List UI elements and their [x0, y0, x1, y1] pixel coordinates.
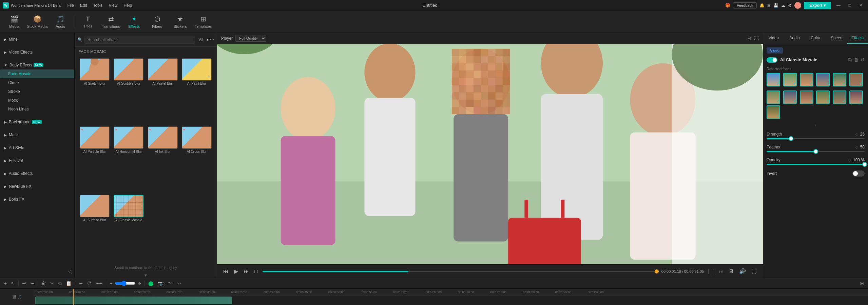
- effect-ai-pastel-blur[interactable]: + AI Pastel Blur: [147, 58, 179, 124]
- section-mine[interactable]: ▶ Mine: [0, 35, 74, 44]
- filter-arrow[interactable]: ▾: [207, 37, 209, 42]
- tl-cut[interactable]: ✂: [49, 280, 56, 287]
- tab-effects[interactable]: Effects: [847, 33, 868, 44]
- section-background[interactable]: ▶ Background NEW: [0, 118, 74, 126]
- face-4[interactable]: ✓: [816, 73, 830, 86]
- mark-out-button[interactable]: ]: [713, 269, 715, 274]
- filter-more[interactable]: ⋯: [210, 37, 214, 42]
- export-button[interactable]: Export ▾: [804, 2, 831, 9]
- toolbar-audio[interactable]: 🎵 Audio: [50, 12, 71, 31]
- sidebar-item-stroke[interactable]: Stroke: [0, 87, 74, 96]
- effect-ai-sketch-blur[interactable]: + AI Sketch Blur: [79, 58, 111, 124]
- menu-tools[interactable]: Tools: [91, 2, 105, 8]
- opacity-thumb[interactable]: [862, 162, 867, 167]
- section-mask[interactable]: ▶ Mask: [0, 130, 74, 139]
- effect-ai-paint-blur[interactable]: + AI Paint Blur: [181, 58, 213, 124]
- face-6[interactable]: ✓: [849, 73, 863, 86]
- sidebar-item-neon-lines[interactable]: Neon Lines: [0, 105, 74, 114]
- face-3[interactable]: ✓: [800, 73, 813, 86]
- section-boris[interactable]: ▶ Boris FX: [0, 195, 74, 204]
- feather-keyframe-icon[interactable]: ◇: [855, 145, 858, 149]
- icon-bell[interactable]: 🔔: [759, 3, 765, 8]
- progress-bar[interactable]: [263, 271, 657, 272]
- section-festival[interactable]: ▶ Festival: [0, 156, 74, 165]
- effect-ai-surface-blur[interactable]: + AI Surface Blur: [79, 195, 111, 261]
- search-input[interactable]: [84, 36, 195, 44]
- toolbar-stickers[interactable]: ★ Stickers: [169, 12, 191, 31]
- effect-ai-particle-blur[interactable]: ♥ + AI Particle Blur: [79, 126, 111, 192]
- tl-zoom-out[interactable]: −: [108, 280, 114, 287]
- tl-transition[interactable]: ⟷: [94, 280, 104, 287]
- tl-speed[interactable]: ⏱: [85, 280, 93, 287]
- effect-toggle[interactable]: [767, 57, 777, 63]
- section-newblue[interactable]: ▶ NewBlue FX: [0, 182, 74, 191]
- tl-waveform[interactable]: 〜: [166, 280, 174, 287]
- icon-settings[interactable]: ⚙: [788, 3, 792, 8]
- face-13[interactable]: ✓: [767, 105, 780, 119]
- tl-select[interactable]: ↖: [9, 280, 16, 287]
- tab-video[interactable]: Video: [763, 33, 784, 44]
- face-11[interactable]: ✓: [833, 90, 846, 104]
- sidebar-item-clone[interactable]: Clone: [0, 78, 74, 87]
- track-clip-main[interactable]: [35, 297, 232, 304]
- face-12[interactable]: ✓: [849, 90, 863, 104]
- tab-color[interactable]: Color: [805, 33, 826, 44]
- feather-thumb[interactable]: [813, 149, 818, 154]
- forward-button[interactable]: ⏭: [243, 268, 250, 275]
- effect-reset-icon[interactable]: ↺: [861, 57, 865, 63]
- opacity-slider[interactable]: [767, 164, 865, 165]
- left-panel-collapse[interactable]: ◁: [68, 268, 72, 274]
- screen-split-button[interactable]: 🖥: [728, 268, 734, 275]
- strength-thumb[interactable]: [789, 136, 793, 141]
- feather-slider[interactable]: [767, 151, 865, 152]
- tl-paste[interactable]: 📋: [64, 280, 73, 287]
- face-7[interactable]: ✓: [767, 90, 780, 104]
- menu-help[interactable]: Help: [121, 2, 135, 8]
- tl-copy[interactable]: ⧉: [57, 280, 63, 287]
- opacity-keyframe-icon[interactable]: ◇: [848, 158, 851, 162]
- filter-all-button[interactable]: All: [197, 37, 205, 42]
- effect-copy-icon[interactable]: ⧉: [848, 57, 852, 63]
- toolbar-filters[interactable]: ⬡ Filters: [146, 12, 168, 31]
- volume-button[interactable]: 🔊: [738, 267, 747, 275]
- effect-ai-scribble-blur[interactable]: + AI Scribble Blur: [113, 58, 144, 124]
- close-button[interactable]: ✕: [856, 2, 865, 8]
- tl-undo[interactable]: ↩: [21, 280, 27, 287]
- tl-record[interactable]: ⬤: [147, 280, 155, 287]
- icon-grid2[interactable]: ⊞: [767, 3, 771, 8]
- tab-speed[interactable]: Speed: [826, 33, 847, 44]
- play-button[interactable]: ▶: [233, 267, 239, 275]
- effect-ai-horizontal-blur[interactable]: ♥ + AI Horizontal Blur: [113, 126, 144, 192]
- tl-grid-view[interactable]: ⊞: [859, 280, 865, 287]
- effect-ai-cross-blur[interactable]: ♥ + AI Cross Blur: [181, 126, 213, 192]
- sidebar-item-mood[interactable]: Mood: [0, 96, 74, 105]
- skip-next[interactable]: ⏭: [719, 269, 724, 274]
- tl-redo[interactable]: ↪: [29, 280, 36, 287]
- toolbar-media[interactable]: 🎬 Media: [3, 12, 25, 31]
- effect-ai-ink-blur[interactable]: ♥ + AI Ink Blur: [147, 126, 179, 192]
- toolbar-effects[interactable]: ✦ Effects: [123, 12, 145, 31]
- face-5[interactable]: ✓: [833, 73, 846, 86]
- effect-delete-icon[interactable]: 🗑: [854, 57, 859, 63]
- sidebar-item-face-mosaic[interactable]: Face Mosaic: [0, 69, 74, 78]
- fullscreen-button[interactable]: ⛶: [751, 268, 757, 275]
- face-10[interactable]: ✓: [816, 90, 830, 104]
- section-art-style[interactable]: ▶ Art Style: [0, 143, 74, 152]
- mark-in-button[interactable]: [: [708, 269, 709, 274]
- tl-delete[interactable]: 🗑: [40, 280, 47, 287]
- face-8[interactable]: ✓: [783, 90, 797, 104]
- section-body-effects[interactable]: ▼ Body Effects NEW: [0, 61, 74, 69]
- icon-save[interactable]: 💾: [773, 3, 778, 8]
- face-2[interactable]: ✓: [783, 73, 797, 86]
- strength-keyframe-icon[interactable]: ◇: [855, 132, 858, 137]
- playhead[interactable]: [73, 289, 74, 305]
- preview-icon-split[interactable]: ⊟: [747, 36, 751, 41]
- tab-audio[interactable]: Audio: [784, 33, 805, 44]
- menu-file[interactable]: File: [65, 2, 77, 8]
- strength-slider[interactable]: [767, 138, 865, 139]
- preview-icon-fullscreen[interactable]: ⛶: [754, 36, 759, 41]
- tl-split[interactable]: ⊢: [77, 280, 84, 287]
- user-avatar[interactable]: [794, 2, 801, 9]
- icon-gift[interactable]: 🎁: [725, 3, 730, 8]
- timeline-tracks[interactable]: 00:00:05:00 00:00:10:00 00:00:15:00 00:0…: [34, 289, 868, 305]
